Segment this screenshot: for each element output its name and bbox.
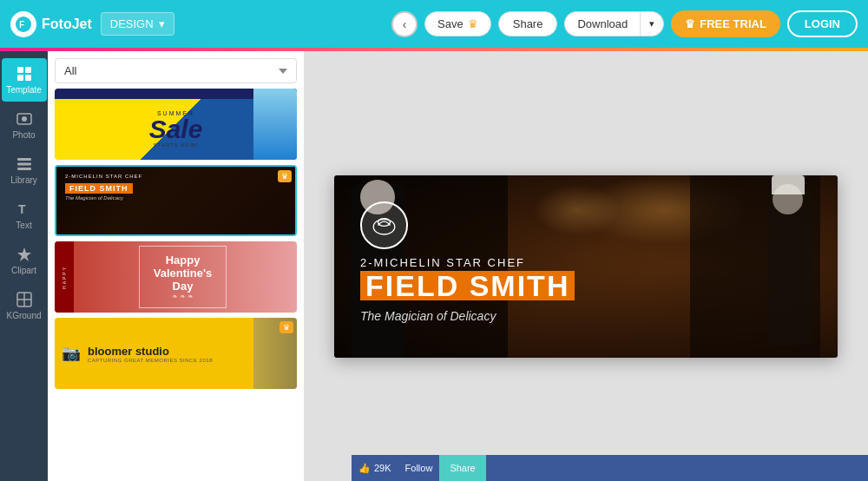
sidebar-item-text[interactable]: T Text bbox=[2, 194, 47, 237]
premium-badge-2: ♛ bbox=[278, 170, 292, 182]
save-button[interactable]: Save ♛ bbox=[424, 11, 491, 36]
sidebar-text-label: Text bbox=[16, 221, 31, 230]
template-thumb-3[interactable]: HAPPY Happy Valentine's Day ❧ ❧ ❧ bbox=[55, 241, 297, 313]
template-thumb-2[interactable]: 2-MICHELIN STAR CHEF FIELD SMITH The Mag… bbox=[55, 165, 297, 236]
svg-rect-10 bbox=[17, 168, 31, 170]
template-thumb-1[interactable]: SUMMER Sale STARTS NOW! bbox=[55, 89, 297, 160]
download-dropdown-button[interactable]: ▾ bbox=[640, 11, 664, 36]
chevron-down-icon: ▾ bbox=[159, 17, 165, 30]
crown-icon: ♛ bbox=[468, 17, 478, 30]
svg-rect-3 bbox=[25, 67, 31, 73]
login-button[interactable]: LOGIN bbox=[787, 10, 858, 37]
sidebar-item-template[interactable]: Template bbox=[2, 58, 47, 102]
social-share-button[interactable]: Share bbox=[439, 455, 485, 481]
logo-area: F FotoJet bbox=[10, 11, 92, 37]
canvas-tagline: The Magician of Delicacy bbox=[360, 309, 575, 323]
sidebar-item-library[interactable]: Library bbox=[2, 148, 47, 192]
sidebar-item-kground[interactable]: KGround bbox=[2, 284, 47, 327]
sidebar-item-clipart[interactable]: Clipart bbox=[2, 239, 47, 282]
download-button[interactable]: Download bbox=[564, 11, 640, 36]
sidebar-kground-label: KGround bbox=[6, 311, 41, 320]
canvas-michelin-label: 2-MICHELIN STAR CHEF bbox=[360, 256, 575, 269]
follow-button[interactable]: Follow bbox=[398, 455, 440, 481]
svg-rect-4 bbox=[17, 75, 23, 81]
filter-dropdown[interactable]: All bbox=[55, 58, 297, 83]
canvas-logo bbox=[360, 201, 408, 249]
sidebar: Template Photo Library T Text bbox=[0, 51, 48, 481]
svg-text:T: T bbox=[18, 202, 26, 216]
design-dropdown[interactable]: DESIGN ▾ bbox=[101, 12, 174, 36]
svg-rect-2 bbox=[17, 67, 23, 73]
crown-icon-trial: ♛ bbox=[685, 17, 695, 30]
sidebar-template-label: Template bbox=[6, 85, 42, 95]
canvas-name: FIELD SMITH bbox=[360, 271, 575, 304]
social-count: 👍 29K bbox=[352, 455, 398, 481]
canvas-preview[interactable]: 2-MICHELIN STAR CHEF FIELD SMITH The Mag… bbox=[334, 175, 838, 358]
thumbs-up-icon: 👍 bbox=[358, 463, 371, 474]
template-thumb-4[interactable]: 📷 bloomer studio capturing great memorie… bbox=[55, 318, 297, 389]
chevron-down-icon: ▾ bbox=[649, 18, 654, 29]
svg-rect-9 bbox=[17, 163, 31, 166]
svg-rect-8 bbox=[17, 158, 31, 161]
sidebar-item-photo[interactable]: Photo bbox=[2, 103, 47, 147]
app-name: FotoJet bbox=[42, 16, 92, 32]
template-panel: All SUMMER Sale STARTS NOW! 2-MICHELIN S… bbox=[48, 51, 304, 481]
logo-icon: F bbox=[10, 11, 36, 37]
social-bar: 👍 29K Follow Share bbox=[352, 455, 868, 481]
svg-text:F: F bbox=[19, 20, 24, 30]
toolbar: ‹ Save ♛ Share Download ▾ ♛ FREE TRIAL L… bbox=[391, 10, 858, 37]
share-button[interactable]: Share bbox=[498, 11, 558, 36]
free-trial-button[interactable]: ♛ FREE TRIAL bbox=[671, 10, 780, 37]
svg-point-7 bbox=[22, 116, 27, 122]
canvas-area: 2-MICHELIN STAR CHEF FIELD SMITH The Mag… bbox=[304, 51, 868, 481]
svg-rect-5 bbox=[25, 75, 31, 81]
download-group: Download ▾ bbox=[564, 11, 664, 36]
sidebar-library-label: Library bbox=[10, 175, 37, 185]
sidebar-photo-label: Photo bbox=[12, 130, 35, 140]
sidebar-clipart-label: Clipart bbox=[11, 266, 36, 275]
premium-badge-4: ♛ bbox=[279, 321, 293, 333]
back-button[interactable]: ‹ bbox=[391, 11, 418, 37]
